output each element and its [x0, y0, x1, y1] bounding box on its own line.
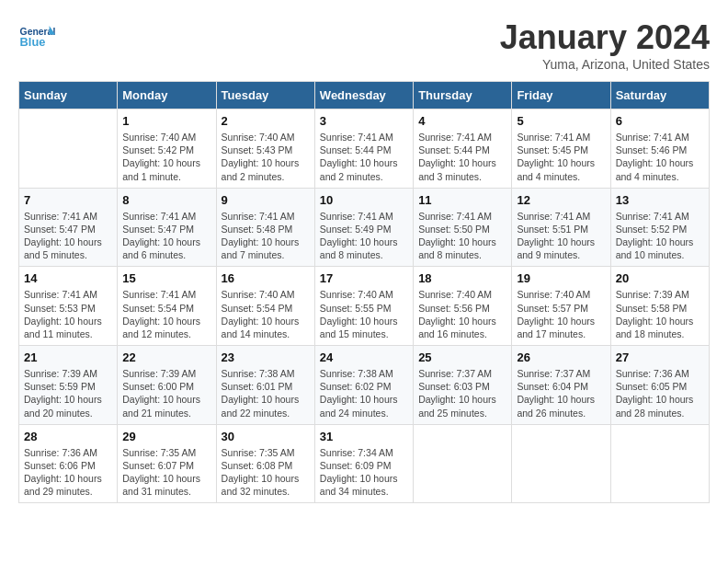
calendar-cell: 12Sunrise: 7:41 AM Sunset: 5:51 PM Dayli… [512, 188, 610, 267]
day-info: Sunrise: 7:34 AM Sunset: 6:09 PM Dayligh… [320, 446, 408, 499]
header-friday: Friday [512, 82, 610, 109]
day-number: 21 [24, 350, 112, 364]
day-number: 30 [222, 430, 310, 443]
day-number: 20 [616, 271, 704, 285]
day-info: Sunrise: 7:38 AM Sunset: 6:01 PM Dayligh… [222, 367, 310, 419]
day-number: 26 [517, 350, 605, 364]
calendar-cell: 19Sunrise: 7:40 AM Sunset: 5:57 PM Dayli… [512, 267, 610, 346]
day-number: 4 [418, 114, 506, 128]
day-number: 12 [517, 193, 605, 207]
day-info: Sunrise: 7:41 AM Sunset: 5:48 PM Dayligh… [222, 210, 310, 262]
day-number: 19 [517, 271, 605, 285]
day-info: Sunrise: 7:36 AM Sunset: 6:06 PM Dayligh… [24, 446, 112, 499]
day-info: Sunrise: 7:41 AM Sunset: 5:46 PM Dayligh… [616, 131, 704, 183]
header-thursday: Thursday [414, 82, 512, 109]
calendar-cell [512, 424, 610, 503]
day-info: Sunrise: 7:40 AM Sunset: 5:54 PM Dayligh… [222, 288, 310, 340]
calendar-cell: 1Sunrise: 7:40 AM Sunset: 5:42 PM Daylig… [118, 109, 216, 189]
svg-text:Blue: Blue [20, 35, 46, 49]
calendar-table: SundayMondayTuesdayWednesdayThursdayFrid… [18, 81, 710, 503]
day-number: 27 [616, 350, 704, 364]
calendar-cell: 10Sunrise: 7:41 AM Sunset: 5:49 PM Dayli… [314, 188, 413, 267]
day-info: Sunrise: 7:40 AM Sunset: 5:43 PM Dayligh… [222, 131, 310, 183]
day-number: 3 [320, 114, 408, 128]
day-info: Sunrise: 7:35 AM Sunset: 6:08 PM Dayligh… [222, 446, 310, 499]
day-info: Sunrise: 7:41 AM Sunset: 5:44 PM Dayligh… [320, 131, 408, 183]
week-row-3: 14Sunrise: 7:41 AM Sunset: 5:53 PM Dayli… [19, 267, 710, 346]
calendar-cell: 25Sunrise: 7:37 AM Sunset: 6:03 PM Dayli… [414, 346, 512, 425]
day-number: 1 [122, 114, 210, 128]
day-info: Sunrise: 7:39 AM Sunset: 5:59 PM Dayligh… [24, 367, 112, 419]
day-info: Sunrise: 7:41 AM Sunset: 5:53 PM Dayligh… [24, 288, 112, 340]
day-number: 14 [24, 271, 112, 285]
header-tuesday: Tuesday [216, 82, 314, 109]
day-number: 7 [24, 193, 112, 207]
header-row: SundayMondayTuesdayWednesdayThursdayFrid… [19, 82, 710, 109]
week-row-2: 7Sunrise: 7:41 AM Sunset: 5:47 PM Daylig… [19, 188, 710, 267]
header-wednesday: Wednesday [314, 82, 413, 109]
calendar-cell: 26Sunrise: 7:37 AM Sunset: 6:04 PM Dayli… [512, 346, 610, 425]
day-info: Sunrise: 7:41 AM Sunset: 5:50 PM Dayligh… [418, 210, 506, 262]
calendar-cell: 11Sunrise: 7:41 AM Sunset: 5:50 PM Dayli… [414, 188, 512, 267]
day-number: 16 [222, 271, 310, 285]
calendar-cell: 29Sunrise: 7:35 AM Sunset: 6:07 PM Dayli… [118, 424, 216, 503]
day-number: 13 [616, 193, 704, 207]
calendar-cell: 3Sunrise: 7:41 AM Sunset: 5:44 PM Daylig… [314, 109, 413, 189]
day-number: 31 [320, 430, 408, 443]
calendar-cell: 9Sunrise: 7:41 AM Sunset: 5:48 PM Daylig… [216, 188, 314, 267]
calendar-cell: 23Sunrise: 7:38 AM Sunset: 6:01 PM Dayli… [216, 346, 314, 425]
header-monday: Monday [118, 82, 216, 109]
location: Yuma, Arizona, United States [500, 57, 710, 72]
day-number: 15 [122, 271, 210, 285]
day-info: Sunrise: 7:41 AM Sunset: 5:47 PM Dayligh… [24, 210, 112, 262]
calendar-cell: 5Sunrise: 7:41 AM Sunset: 5:45 PM Daylig… [512, 109, 610, 189]
day-info: Sunrise: 7:40 AM Sunset: 5:57 PM Dayligh… [517, 288, 605, 340]
calendar-cell: 21Sunrise: 7:39 AM Sunset: 5:59 PM Dayli… [19, 346, 118, 425]
day-number: 29 [122, 430, 210, 443]
day-info: Sunrise: 7:38 AM Sunset: 6:02 PM Dayligh… [320, 367, 408, 419]
calendar-cell: 20Sunrise: 7:39 AM Sunset: 5:58 PM Dayli… [610, 267, 709, 346]
calendar-cell: 14Sunrise: 7:41 AM Sunset: 5:53 PM Dayli… [19, 267, 118, 346]
calendar-cell: 18Sunrise: 7:40 AM Sunset: 5:56 PM Dayli… [414, 267, 512, 346]
day-number: 5 [517, 114, 605, 128]
day-info: Sunrise: 7:35 AM Sunset: 6:07 PM Dayligh… [122, 446, 210, 499]
day-number: 25 [418, 350, 506, 364]
calendar-cell: 27Sunrise: 7:36 AM Sunset: 6:05 PM Dayli… [610, 346, 709, 425]
calendar-cell: 28Sunrise: 7:36 AM Sunset: 6:06 PM Dayli… [19, 424, 118, 503]
header-sunday: Sunday [19, 82, 118, 109]
day-number: 22 [122, 350, 210, 364]
day-number: 23 [222, 350, 310, 364]
logo-icon: General Blue [18, 18, 55, 55]
page-header: General Blue January 2024 Yuma, Arizona,… [18, 18, 710, 72]
calendar-cell: 7Sunrise: 7:41 AM Sunset: 5:47 PM Daylig… [19, 188, 118, 267]
calendar-cell [414, 424, 512, 503]
week-row-5: 28Sunrise: 7:36 AM Sunset: 6:06 PM Dayli… [19, 424, 710, 503]
day-info: Sunrise: 7:40 AM Sunset: 5:42 PM Dayligh… [122, 131, 210, 183]
day-info: Sunrise: 7:41 AM Sunset: 5:54 PM Dayligh… [122, 288, 210, 340]
calendar-cell: 22Sunrise: 7:39 AM Sunset: 6:00 PM Dayli… [118, 346, 216, 425]
calendar-cell: 17Sunrise: 7:40 AM Sunset: 5:55 PM Dayli… [314, 267, 413, 346]
day-number: 6 [616, 114, 704, 128]
calendar-cell: 24Sunrise: 7:38 AM Sunset: 6:02 PM Dayli… [314, 346, 413, 425]
day-number: 9 [222, 193, 310, 207]
calendar-cell: 6Sunrise: 7:41 AM Sunset: 5:46 PM Daylig… [610, 109, 709, 189]
day-info: Sunrise: 7:40 AM Sunset: 5:55 PM Dayligh… [320, 288, 408, 340]
title-area: January 2024 Yuma, Arizona, United State… [500, 18, 710, 72]
day-info: Sunrise: 7:37 AM Sunset: 6:04 PM Dayligh… [517, 367, 605, 419]
calendar-cell: 16Sunrise: 7:40 AM Sunset: 5:54 PM Dayli… [216, 267, 314, 346]
week-row-1: 1Sunrise: 7:40 AM Sunset: 5:42 PM Daylig… [19, 109, 710, 189]
calendar-cell: 2Sunrise: 7:40 AM Sunset: 5:43 PM Daylig… [216, 109, 314, 189]
day-info: Sunrise: 7:41 AM Sunset: 5:51 PM Dayligh… [517, 210, 605, 262]
calendar-cell: 13Sunrise: 7:41 AM Sunset: 5:52 PM Dayli… [610, 188, 709, 267]
day-info: Sunrise: 7:41 AM Sunset: 5:44 PM Dayligh… [418, 131, 506, 183]
day-number: 18 [418, 271, 506, 285]
calendar-cell [610, 424, 709, 503]
header-saturday: Saturday [610, 82, 709, 109]
day-number: 24 [320, 350, 408, 364]
calendar-cell: 15Sunrise: 7:41 AM Sunset: 5:54 PM Dayli… [118, 267, 216, 346]
week-row-4: 21Sunrise: 7:39 AM Sunset: 5:59 PM Dayli… [19, 346, 710, 425]
day-info: Sunrise: 7:41 AM Sunset: 5:52 PM Dayligh… [616, 210, 704, 262]
month-title: January 2024 [500, 18, 710, 57]
day-info: Sunrise: 7:36 AM Sunset: 6:05 PM Dayligh… [616, 367, 704, 419]
calendar-cell [19, 109, 118, 189]
